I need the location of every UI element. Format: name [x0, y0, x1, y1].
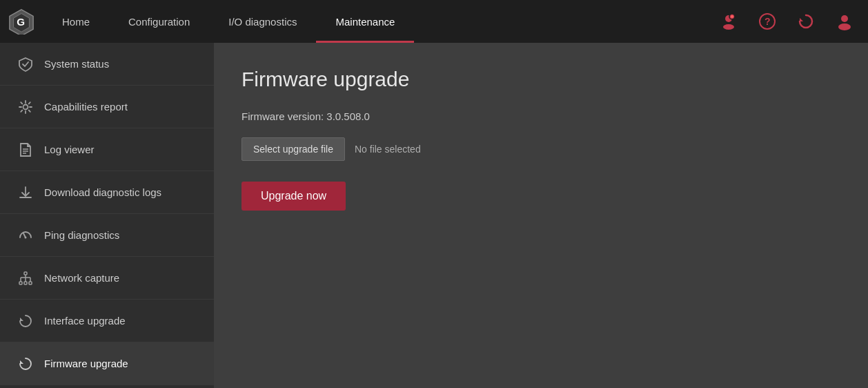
svg-point-4	[723, 24, 734, 30]
svg-point-6	[731, 15, 733, 18]
sidebar-item-download-logs[interactable]: Download diagnostic logs	[0, 171, 214, 214]
sidebar-item-log-viewer[interactable]: Log viewer	[0, 128, 214, 171]
gear-icon	[17, 98, 34, 116]
nav-right-icons: ?	[705, 9, 868, 34]
sidebar-label-capabilities: Capabilities report	[44, 101, 128, 113]
notifications-icon[interactable]	[716, 9, 741, 34]
select-upgrade-file-button[interactable]: Select upgrade file	[241, 137, 345, 161]
gauge-icon	[17, 226, 34, 244]
svg-rect-18	[24, 272, 27, 275]
sidebar-label-ping-diagnostics: Ping diagnostics	[44, 229, 119, 241]
interface-refresh-icon	[17, 312, 34, 330]
svg-marker-9	[800, 18, 803, 21]
nav-io-diagnostics[interactable]: I/O diagnostics	[209, 0, 316, 43]
firmware-refresh-icon	[17, 355, 34, 373]
svg-text:G: G	[17, 16, 25, 28]
main-content: Firmware upgrade Firmware version: 3.0.5…	[214, 43, 868, 388]
shield-icon	[17, 55, 34, 73]
page-title: Firmware upgrade	[241, 68, 840, 91]
svg-marker-28	[20, 360, 23, 364]
nav-configuration[interactable]: Configuration	[109, 0, 209, 43]
sidebar: System status Capabilities report	[0, 43, 214, 388]
nav-maintenance[interactable]: Maintenance	[316, 0, 414, 43]
sidebar-label-download-logs: Download diagnostic logs	[44, 186, 161, 198]
sidebar-item-interface-upgrade[interactable]: Interface upgrade	[0, 300, 214, 342]
svg-rect-19	[19, 282, 22, 284]
sidebar-item-network-capture[interactable]: Network capture	[0, 257, 214, 300]
sidebar-item-capabilities[interactable]: Capabilities report	[0, 86, 214, 128]
top-navigation: G Home Configuration I/O diagnostics Mai…	[0, 0, 868, 43]
svg-rect-20	[24, 282, 27, 284]
svg-rect-21	[29, 282, 32, 284]
file-select-row: Select upgrade file No file selected	[241, 137, 840, 161]
app-logo[interactable]: G	[0, 0, 43, 43]
svg-marker-27	[20, 318, 23, 321]
sidebar-item-firmware-upgrade[interactable]: Firmware upgrade	[0, 342, 214, 385]
firmware-version-label: Firmware version: 3.0.508.0	[241, 110, 840, 122]
help-icon[interactable]: ?	[755, 9, 780, 34]
file-icon	[17, 141, 34, 159]
upgrade-now-button[interactable]: Upgrade now	[241, 182, 346, 211]
svg-point-12	[23, 104, 28, 109]
sidebar-item-system-status[interactable]: System status	[0, 43, 214, 86]
sidebar-label-interface-upgrade: Interface upgrade	[44, 315, 126, 327]
svg-point-11	[838, 23, 851, 30]
svg-point-10	[841, 15, 848, 22]
svg-point-17	[25, 236, 27, 238]
sidebar-item-ping-diagnostics[interactable]: Ping diagnostics	[0, 214, 214, 257]
sidebar-label-system-status: System status	[44, 58, 109, 70]
sidebar-label-network-capture: Network capture	[44, 272, 119, 284]
nav-home[interactable]: Home	[43, 0, 109, 43]
svg-text:?: ?	[765, 16, 771, 27]
sidebar-label-firmware-upgrade: Firmware upgrade	[44, 358, 128, 369]
nav-links: Home Configuration I/O diagnostics Maint…	[43, 0, 705, 43]
refresh-icon[interactable]	[793, 9, 818, 34]
sidebar-label-log-viewer: Log viewer	[44, 144, 95, 155]
no-file-text: No file selected	[355, 144, 421, 155]
profile-icon[interactable]	[832, 9, 857, 34]
network-icon	[17, 269, 34, 287]
main-layout: System status Capabilities report	[0, 43, 868, 388]
download-icon	[17, 184, 34, 202]
